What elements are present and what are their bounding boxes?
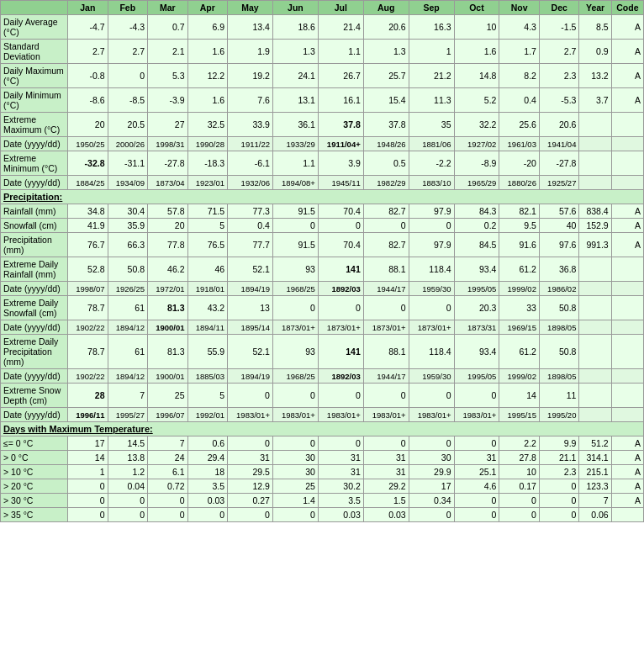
data-cell: 2000/26 <box>108 137 148 151</box>
data-cell: 1892/03 <box>318 282 363 296</box>
data-cell: 0 <box>363 219 409 233</box>
table-row: Daily Maximum (°C)-0.805.312.219.224.126… <box>1 64 644 88</box>
data-cell: 123.3 <box>579 479 611 494</box>
data-cell: 1923/01 <box>187 176 228 190</box>
row-label: Extreme Maximum (°C) <box>1 113 68 137</box>
data-cell: 0.2 <box>454 219 499 233</box>
data-cell: 5 <box>187 384 228 408</box>
precipitation-section-header: Precipitation: <box>1 190 644 204</box>
data-cell: 16.3 <box>409 15 454 40</box>
data-cell: 1894/12 <box>108 320 148 335</box>
table-row: Date (yyyy/dd)1950/252000/261998/311990/… <box>1 137 644 151</box>
data-cell <box>579 296 611 320</box>
data-cell: 20.3 <box>454 296 499 320</box>
data-cell: 8.5 <box>579 15 611 40</box>
data-cell: 1895/14 <box>228 320 273 335</box>
data-cell: 1996/11 <box>68 408 108 422</box>
data-cell: -5.3 <box>539 88 579 113</box>
data-cell: 55.9 <box>187 335 228 369</box>
data-cell: 1885/03 <box>187 369 228 384</box>
data-cell <box>579 320 611 335</box>
data-cell: A <box>611 465 643 479</box>
data-cell: 5.3 <box>148 64 188 88</box>
data-cell: 0 <box>228 436 273 451</box>
data-cell <box>611 369 643 384</box>
data-cell: 35 <box>409 113 454 137</box>
data-cell: -0.8 <box>68 64 108 88</box>
header-row: Jan Feb Mar Apr May Jun Jul Aug Sep Oct … <box>1 1 644 15</box>
data-cell: 1873/04 <box>148 176 188 190</box>
data-cell: 78.7 <box>68 296 108 320</box>
data-cell: 2.7 <box>108 40 148 64</box>
data-cell: 1918/01 <box>187 282 228 296</box>
data-cell: 1880/26 <box>499 176 540 190</box>
data-cell: 0.03 <box>187 494 228 508</box>
data-cell: 0.7 <box>148 15 188 40</box>
days-section-header: Days with Maximum Temperature: <box>1 422 644 436</box>
data-cell: 1898/05 <box>539 320 579 335</box>
data-cell: 93 <box>272 257 318 282</box>
data-cell: 1982/29 <box>363 176 409 190</box>
data-cell: 0 <box>228 508 273 522</box>
data-cell <box>611 408 643 422</box>
table-row: > 20 °C00.040.723.512.92530.229.2174.60.… <box>1 479 644 494</box>
data-cell: 17 <box>68 436 108 451</box>
data-cell: 0 <box>108 494 148 508</box>
data-cell: 16.1 <box>318 88 363 113</box>
data-cell: 1873/01+ <box>272 320 318 335</box>
data-cell: 17 <box>409 479 454 494</box>
data-cell: 61.2 <box>499 257 540 282</box>
data-cell <box>579 113 611 137</box>
data-cell: 82.1 <box>499 204 540 219</box>
data-cell: 10 <box>454 15 499 40</box>
table-row: > 30 °C0000.030.271.43.51.50.340007A <box>1 494 644 508</box>
data-cell: 88.1 <box>363 335 409 369</box>
data-cell: 13.2 <box>579 64 611 88</box>
data-cell: 82.7 <box>363 204 409 219</box>
data-cell: 0 <box>539 479 579 494</box>
data-cell: 97.6 <box>539 233 579 257</box>
data-cell: 1972/01 <box>148 282 188 296</box>
data-cell: 14.8 <box>454 64 499 88</box>
data-cell: 1 <box>409 40 454 64</box>
data-cell: 2.7 <box>68 40 108 64</box>
data-cell <box>611 296 643 320</box>
data-cell: 3.5 <box>187 479 228 494</box>
data-cell: 31 <box>363 465 409 479</box>
data-cell: 0 <box>272 508 318 522</box>
code-header: Code <box>611 1 643 15</box>
apr-header: Apr <box>187 1 228 15</box>
data-cell: 0 <box>363 384 409 408</box>
data-cell: A <box>611 15 643 40</box>
row-label: Date (yyyy/dd) <box>1 137 68 151</box>
data-cell: 29.9 <box>409 465 454 479</box>
data-cell: 35.9 <box>108 219 148 233</box>
data-cell: -31.1 <box>108 151 148 176</box>
row-label: > 30 °C <box>1 494 68 508</box>
year-header: Year <box>579 1 611 15</box>
data-cell: 1.7 <box>499 40 540 64</box>
data-cell: -1.5 <box>539 15 579 40</box>
data-cell: 36.8 <box>539 257 579 282</box>
row-label: Rainfall (mm) <box>1 204 68 219</box>
table-row: Date (yyyy/dd)1902/221894/121900/011894/… <box>1 320 644 335</box>
data-cell: 76.5 <box>187 233 228 257</box>
data-cell <box>611 113 643 137</box>
data-cell: 5 <box>187 219 228 233</box>
data-cell: 1898/05 <box>539 369 579 384</box>
data-cell: 1883/10 <box>409 176 454 190</box>
data-cell: 1995/20 <box>539 408 579 422</box>
data-cell: 0.5 <box>363 151 409 176</box>
data-cell: 71.5 <box>187 204 228 219</box>
data-cell <box>611 282 643 296</box>
data-cell: 1894/11 <box>187 320 228 335</box>
data-cell: 0.4 <box>228 219 273 233</box>
data-cell: 9.9 <box>539 436 579 451</box>
data-cell: 0 <box>454 384 499 408</box>
data-cell: 27 <box>148 113 188 137</box>
data-cell: 1.5 <box>363 494 409 508</box>
data-cell: 1983/01+ <box>454 408 499 422</box>
data-cell: 0 <box>108 508 148 522</box>
data-cell: 1961/03 <box>499 137 540 151</box>
data-cell <box>579 282 611 296</box>
